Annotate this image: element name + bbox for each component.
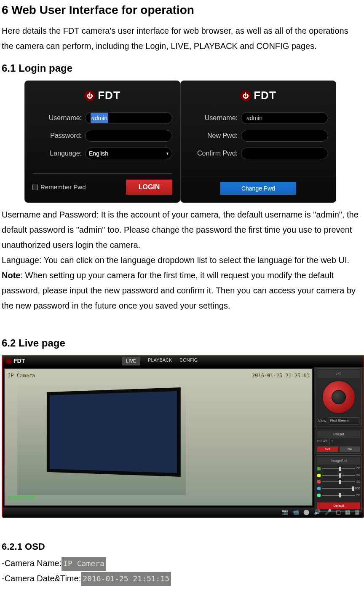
slider-value: 50 bbox=[356, 466, 360, 471]
slider-value: 100 bbox=[355, 486, 360, 492]
slider-value: 50 bbox=[356, 473, 360, 478]
monitor-in-scene bbox=[47, 387, 181, 477]
preset-section: Preset Preset 1 Set Go bbox=[316, 429, 362, 454]
preset-row-label: Preset bbox=[317, 439, 327, 444]
slider-2[interactable] bbox=[322, 481, 355, 482]
slider-color-icon bbox=[317, 467, 321, 470]
osd-name-label: -Camera Name: bbox=[2, 559, 62, 568]
subsection-heading-login: 6.1 Login page bbox=[2, 60, 362, 76]
subsection-heading-live: 6.2 Live page bbox=[2, 335, 362, 351]
slider-value: 50 bbox=[356, 493, 360, 498]
osd-camera-name-line: -Camera Name:IP Camera bbox=[2, 556, 362, 571]
osd-timestamp: 2016-01-25 21:25:03 bbox=[252, 371, 309, 379]
slider-4[interactable] bbox=[322, 495, 355, 496]
osd-name-value: IP Camera bbox=[62, 557, 106, 570]
password-input[interactable] bbox=[85, 130, 172, 142]
tab-config[interactable]: CONFIG bbox=[179, 357, 198, 366]
language-select[interactable]: English ▾ bbox=[85, 148, 172, 159]
osd-datetime-line: -Camera Date&Time:2016-01-25 21:51:15 bbox=[2, 571, 362, 586]
video-icon[interactable]: 📹 bbox=[292, 508, 299, 517]
username-input[interactable]: admin bbox=[85, 112, 172, 124]
view-value: First Stream bbox=[330, 419, 349, 422]
logo-text: FDT bbox=[98, 87, 120, 105]
slider-3[interactable] bbox=[322, 488, 353, 489]
layout-single-icon[interactable]: ▢ bbox=[336, 508, 341, 517]
preset-title: Preset bbox=[317, 430, 360, 438]
imageset-title: ImageSet bbox=[317, 457, 360, 465]
slider-color-icon bbox=[317, 487, 321, 490]
language-value: English bbox=[89, 149, 108, 158]
confirmpwd-label: Confirm Pwd: bbox=[188, 148, 241, 159]
username-input[interactable]: admin bbox=[241, 112, 328, 124]
username-label: Username: bbox=[188, 113, 241, 124]
slider-value: 50 bbox=[356, 479, 360, 485]
mic-icon[interactable]: 🎤 bbox=[325, 508, 332, 517]
logo-text: FDT bbox=[254, 87, 276, 105]
power-icon bbox=[6, 358, 12, 364]
video-scene bbox=[17, 386, 186, 495]
live-logo: FDT bbox=[6, 356, 25, 365]
tab-playback[interactable]: PLAYBACK bbox=[148, 357, 172, 366]
layout-quad-icon[interactable]: ▦ bbox=[345, 508, 350, 517]
view-select[interactable]: First Stream bbox=[329, 417, 359, 424]
live-header: FDT LIVE PLAYBACK CONFIG bbox=[3, 356, 364, 367]
live-tabs: LIVE PLAYBACK CONFIG bbox=[122, 357, 198, 366]
username-value: admin bbox=[246, 113, 262, 123]
slider-row-2: 50 bbox=[317, 479, 360, 485]
record-icon[interactable]: ⬤ bbox=[303, 508, 310, 517]
password-row: Password: bbox=[32, 130, 172, 142]
ptz-control-wheel[interactable] bbox=[322, 380, 356, 414]
chevron-down-icon: ▾ bbox=[166, 150, 169, 157]
slider-row-1: 50 bbox=[317, 473, 360, 478]
note-paragraph: Note: When setting up your camera for th… bbox=[2, 268, 362, 313]
note-text: : When setting up your camera for the fi… bbox=[2, 271, 356, 310]
slider-row-0: 50 bbox=[317, 466, 360, 471]
live-page-screenshot: FDT LIVE PLAYBACK CONFIG IP Camera 2016-… bbox=[2, 355, 364, 517]
checkbox-icon[interactable] bbox=[32, 185, 38, 190]
change-password-button[interactable]: Change Pwd bbox=[220, 182, 296, 195]
live-logo-text: FDT bbox=[13, 356, 25, 365]
tab-live[interactable]: LIVE bbox=[122, 357, 140, 366]
osd-datetime-label: -Camera Date&Time: bbox=[2, 574, 81, 583]
ptz-center-button[interactable] bbox=[332, 390, 346, 404]
login-screenshots-container: ⏻ FDT Username: admin Password: Language… bbox=[24, 81, 362, 203]
imageset-section: ImageSet 50 50 50 bbox=[316, 455, 362, 512]
newpwd-input[interactable] bbox=[241, 130, 328, 142]
speaker-icon[interactable]: 🔊 bbox=[314, 508, 321, 517]
confirmpwd-row: Confirm Pwd: bbox=[188, 148, 328, 159]
camera-icon[interactable]: 📷 bbox=[281, 508, 288, 517]
newpwd-row: New Pwd: bbox=[188, 130, 328, 142]
change-logo-row: ⏻ FDT bbox=[188, 87, 328, 105]
username-password-paragraph: Username and Password: It is the account… bbox=[2, 207, 362, 253]
osd-camera-name: IP Camera bbox=[7, 371, 35, 379]
osd-heading: 6.2.1 OSD bbox=[2, 539, 362, 554]
slider-color-icon bbox=[317, 474, 321, 477]
preset-go-button[interactable]: Go bbox=[340, 446, 361, 452]
username-row: Username: admin bbox=[188, 112, 328, 124]
username-row: Username: admin bbox=[32, 112, 172, 124]
language-label: Language: bbox=[32, 148, 85, 159]
change-bottom-row: Change Pwd bbox=[181, 176, 336, 195]
view-row: View: First Stream bbox=[317, 416, 360, 425]
live-body: IP Camera 2016-01-25 21:25:03 connected … bbox=[3, 367, 364, 508]
preset-set-button[interactable]: Set bbox=[317, 446, 338, 452]
slider-row-3: 100 bbox=[317, 486, 360, 492]
username-value: admin bbox=[91, 113, 108, 123]
slider-0[interactable] bbox=[322, 468, 355, 469]
slider-1[interactable] bbox=[322, 475, 355, 476]
login-bottom-row: Remember Pwd LOGIN bbox=[32, 173, 172, 195]
login-logo-row: ⏻ FDT bbox=[32, 87, 172, 105]
preset-number-select[interactable]: 1 bbox=[329, 438, 341, 445]
preset-select-row: Preset 1 bbox=[317, 438, 360, 445]
slider-row-4: 50 bbox=[317, 493, 360, 498]
ptz-section: PT View: First Stream bbox=[316, 368, 362, 427]
remember-checkbox-row[interactable]: Remember Pwd bbox=[32, 182, 86, 192]
view-label: View: bbox=[318, 418, 327, 424]
login-button[interactable]: LOGIN bbox=[126, 180, 172, 195]
username-label: Username: bbox=[32, 113, 85, 124]
video-area[interactable]: IP Camera 2016-01-25 21:25:03 connected bbox=[4, 368, 313, 506]
preset-buttons: Set Go bbox=[317, 446, 360, 452]
osd-datetime-value: 2016-01-25 21:51:15 bbox=[81, 572, 171, 586]
layout-nine-icon[interactable]: ▦ bbox=[354, 508, 359, 517]
confirmpwd-input[interactable] bbox=[241, 148, 328, 159]
